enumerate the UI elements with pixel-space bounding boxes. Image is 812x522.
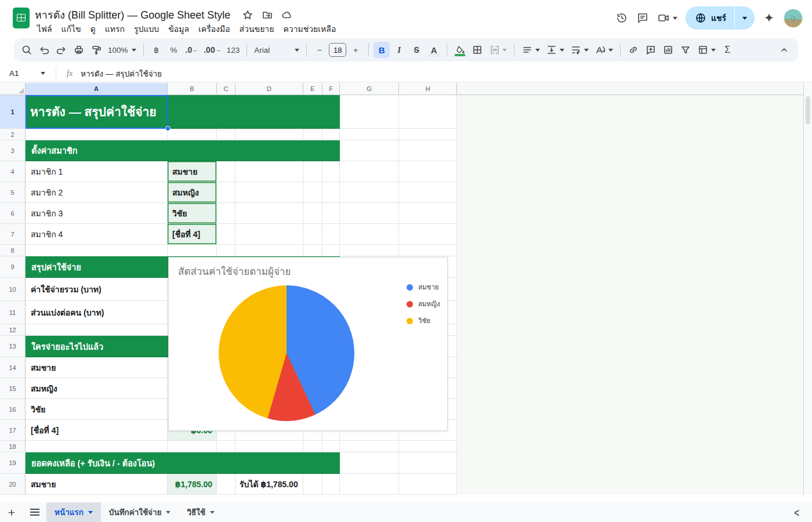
cell-A15[interactable]: สมหญิง xyxy=(26,378,168,399)
cell-G8[interactable] xyxy=(340,245,399,256)
menu-2[interactable]: ดู xyxy=(86,21,100,37)
cell-G3[interactable] xyxy=(340,140,399,161)
row-header-8[interactable]: 8 xyxy=(0,245,26,256)
fill-color-button[interactable] xyxy=(452,42,468,58)
menu-8[interactable]: ความช่วยเหลือ xyxy=(278,21,340,37)
fill-handle[interactable] xyxy=(165,126,171,131)
cell-A1[interactable]: หารตัง — สรุปค่าใช้จ่าย xyxy=(26,102,157,121)
undo-button[interactable] xyxy=(36,42,52,58)
insert-link-button[interactable] xyxy=(625,42,641,58)
cell-A16[interactable]: วิชัย xyxy=(26,399,168,420)
paint-format-button[interactable] xyxy=(88,42,104,58)
cell-C2[interactable] xyxy=(217,129,235,140)
bold-button[interactable]: B xyxy=(374,42,390,58)
cell-G18[interactable] xyxy=(340,441,399,452)
italic-button[interactable]: I xyxy=(391,42,407,58)
horizontal-align-button[interactable] xyxy=(519,42,542,58)
cell-A12[interactable] xyxy=(26,324,168,336)
cell-A17[interactable]: [ชื่อที่ 4] xyxy=(26,420,168,441)
table-views-button[interactable] xyxy=(695,42,718,58)
insert-chart-button[interactable] xyxy=(660,42,676,58)
cell-A14[interactable]: สมชาย xyxy=(26,357,168,378)
sheets-logo-icon[interactable] xyxy=(13,8,30,28)
column-header-D[interactable]: D xyxy=(235,83,303,95)
cell-F6[interactable] xyxy=(322,203,340,224)
row-header-15[interactable]: 15 xyxy=(0,378,26,399)
cell-F8[interactable] xyxy=(322,245,340,256)
cell-B5[interactable]: สมหญิง xyxy=(168,182,217,203)
cell-F2[interactable] xyxy=(322,129,340,140)
cell-D6[interactable] xyxy=(235,203,303,224)
select-all-corner[interactable] xyxy=(0,83,26,95)
cell-C18[interactable] xyxy=(217,441,235,452)
cell-H19[interactable] xyxy=(399,452,457,474)
cell-F20[interactable] xyxy=(322,474,340,495)
row-header-7[interactable]: 7 xyxy=(0,224,26,245)
menu-6[interactable]: เครื่องมือ xyxy=(194,21,235,37)
row-header-4[interactable]: 4 xyxy=(0,161,26,182)
cell-H3[interactable] xyxy=(399,140,457,161)
cell-A3[interactable]: ตั้งค่าสมาชิก xyxy=(26,144,78,157)
cell-E4[interactable] xyxy=(303,161,322,182)
cell-F4[interactable] xyxy=(322,161,340,182)
cell-D4[interactable] xyxy=(235,161,303,182)
section-band-row-19[interactable]: ยอดคงเหลือ (+ รับเงิน / - ต้องโอน) xyxy=(26,452,340,474)
cell-G7[interactable] xyxy=(340,224,399,245)
collapse-toolbar-button[interactable] xyxy=(776,42,792,58)
menu-4[interactable]: รูปแบบ xyxy=(129,21,164,37)
cell-E20[interactable] xyxy=(303,474,322,495)
version-history-icon[interactable] xyxy=(615,12,628,24)
font-size-input[interactable]: 18 xyxy=(329,43,346,57)
cell-E2[interactable] xyxy=(303,129,322,140)
add-sheet-button[interactable]: + xyxy=(0,506,23,519)
cell-A20[interactable]: สมชาย xyxy=(26,474,168,495)
cell-A13[interactable]: ใครจ่ายอะไรไปแล้ว xyxy=(26,340,103,353)
row-header-9[interactable]: 9 xyxy=(0,256,26,278)
decrease-font-size-button[interactable]: − xyxy=(311,42,328,58)
cell-G4[interactable] xyxy=(340,161,399,182)
column-header-C[interactable]: C xyxy=(217,83,235,95)
menu-5[interactable]: ข้อมูล xyxy=(164,21,194,37)
cell-H4[interactable] xyxy=(399,161,457,182)
column-header-A[interactable]: A xyxy=(26,83,168,95)
percent-format-button[interactable]: % xyxy=(166,42,182,58)
row-header-2[interactable]: 2 xyxy=(0,129,26,140)
comments-icon[interactable] xyxy=(636,12,649,24)
cell-D5[interactable] xyxy=(235,182,303,203)
cell-H7[interactable] xyxy=(399,224,457,245)
print-button[interactable] xyxy=(71,42,87,58)
cell-G2[interactable] xyxy=(340,129,399,140)
cell-C6[interactable] xyxy=(217,203,235,224)
cell-H8[interactable] xyxy=(399,245,457,256)
section-band-row-3[interactable]: ตั้งค่าสมาชิก xyxy=(26,140,340,161)
cell-A11[interactable]: ส่วนแบ่งต่อคน (บาท) xyxy=(26,301,168,324)
account-avatar[interactable]: 🚲 xyxy=(784,9,803,28)
scrollbar-thumb[interactable] xyxy=(806,96,810,124)
menu-0[interactable]: ไฟล์ xyxy=(32,21,57,37)
row-header-19[interactable]: 19 xyxy=(0,452,26,474)
text-rotation-button[interactable] xyxy=(592,42,615,58)
pie-chart-widget[interactable]: สัดส่วนค่าใช้จ่ายตามผู้จ่าย สมชายสมหญิงว… xyxy=(168,257,448,431)
row-header-6[interactable]: 6 xyxy=(0,203,26,224)
cell-A8[interactable] xyxy=(26,245,168,256)
row-header-16[interactable]: 16 xyxy=(0,399,26,420)
sheet-tab-2[interactable]: วิธีใช้ xyxy=(179,502,223,522)
menu-1[interactable]: แก้ไข xyxy=(57,21,86,37)
row-header-13[interactable]: 13 xyxy=(0,336,26,357)
cell-G1[interactable] xyxy=(340,95,399,129)
share-dropdown[interactable] xyxy=(735,6,755,30)
row-header-20[interactable]: 20 xyxy=(0,474,26,495)
formula-input[interactable]: หารตัง — สรุปค่าใช้จ่าย xyxy=(81,67,162,80)
search-menus-button[interactable] xyxy=(19,42,35,58)
cell-A6[interactable]: สมาชิก 3 xyxy=(26,203,168,224)
cell-E5[interactable] xyxy=(303,182,322,203)
sheet-tab-menu-caret[interactable] xyxy=(166,511,171,514)
cell-C4[interactable] xyxy=(217,161,235,182)
borders-button[interactable] xyxy=(469,42,485,58)
number-format-button[interactable]: 123 xyxy=(224,42,242,58)
cell-C20[interactable] xyxy=(217,474,235,495)
vertical-scrollbar[interactable] xyxy=(803,83,812,495)
sheet-tab-menu-caret[interactable] xyxy=(88,511,93,514)
cell-B2[interactable] xyxy=(168,129,217,140)
move-folder-icon[interactable] xyxy=(262,9,273,21)
